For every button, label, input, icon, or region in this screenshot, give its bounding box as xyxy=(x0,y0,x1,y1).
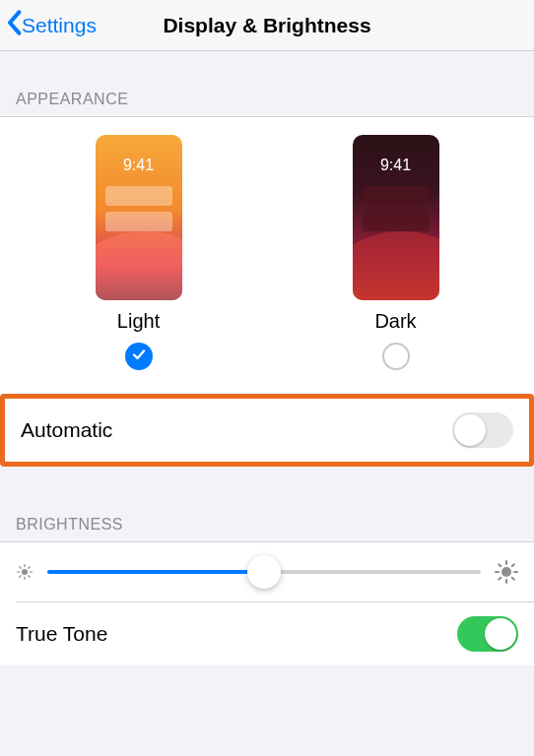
checkmark-icon xyxy=(131,346,147,366)
preview-time: 9:41 xyxy=(353,157,439,174)
preview-time: 9:41 xyxy=(96,157,182,174)
light-preview: 9:41 xyxy=(96,135,182,300)
chevron-left-icon xyxy=(6,9,22,41)
svg-point-0 xyxy=(22,569,28,575)
true-tone-label: True Tone xyxy=(16,622,107,646)
dark-radio[interactable] xyxy=(382,343,410,370)
automatic-toggle[interactable] xyxy=(452,412,513,448)
automatic-highlight: Automatic xyxy=(0,394,534,467)
light-label: Light xyxy=(117,310,160,333)
svg-line-14 xyxy=(499,564,501,566)
svg-line-15 xyxy=(512,578,514,580)
appearance-option-light[interactable]: 9:41 Light xyxy=(96,135,182,370)
navbar: Settings Display & Brightness xyxy=(0,0,534,51)
section-header-brightness: BRIGHTNESS xyxy=(0,467,534,541)
automatic-row: Automatic xyxy=(5,399,529,462)
svg-line-16 xyxy=(499,578,501,580)
appearance-group: 9:41 Light 9:41 Dark xyxy=(0,116,534,467)
section-header-appearance: APPEARANCE xyxy=(0,51,534,116)
back-label: Settings xyxy=(22,14,97,37)
appearance-option-dark[interactable]: 9:41 Dark xyxy=(353,135,439,370)
svg-point-9 xyxy=(501,567,511,577)
true-tone-toggle[interactable] xyxy=(457,616,518,652)
svg-line-7 xyxy=(20,576,22,578)
dark-preview: 9:41 xyxy=(353,135,439,300)
svg-line-8 xyxy=(29,567,31,569)
sun-small-icon xyxy=(16,563,33,581)
true-tone-row: True Tone xyxy=(0,602,534,665)
svg-line-6 xyxy=(29,576,31,578)
svg-line-5 xyxy=(20,567,22,569)
light-radio[interactable] xyxy=(125,343,153,370)
sun-large-icon xyxy=(495,560,518,584)
brightness-group: True Tone xyxy=(0,541,534,665)
dark-label: Dark xyxy=(374,310,416,333)
automatic-label: Automatic xyxy=(21,418,112,442)
brightness-slider-row xyxy=(0,541,534,601)
svg-line-17 xyxy=(512,564,514,566)
brightness-slider[interactable] xyxy=(47,570,481,574)
back-button[interactable]: Settings xyxy=(0,9,97,41)
appearance-cell: 9:41 Light 9:41 Dark xyxy=(0,117,534,394)
